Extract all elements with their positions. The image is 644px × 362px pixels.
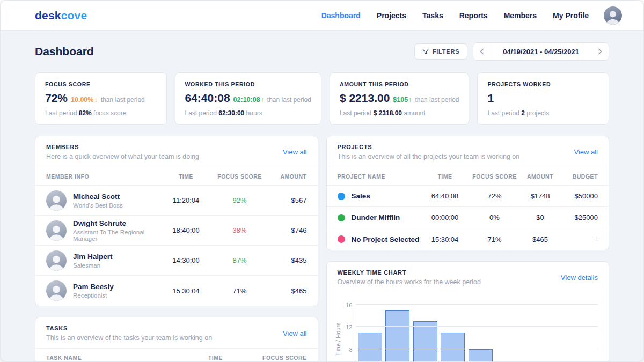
avatar [46, 280, 67, 301]
project-time: 00:00:00 [421, 213, 469, 221]
project-time: 64:40:08 [421, 192, 469, 200]
avatar [46, 190, 67, 211]
brand-logo[interactable]: deskcove [35, 9, 87, 22]
chevron-left-icon [480, 48, 484, 55]
stat-title: PROJECTS WORKED [487, 81, 599, 87]
left-column: MEMBERS Here is a quick overview of what… [35, 136, 318, 362]
members-table-header: MEMBER INFO TIME FOCUS SCORE AMOUNT [35, 167, 318, 186]
project-focus-score: 0% [469, 213, 520, 221]
member-row[interactable]: Micheal Scott World's Best Boss 11:20:04… [35, 186, 318, 216]
member-role: Assistant To The Regional Manager [73, 229, 162, 242]
project-name-cell: Dunder Mifflin [338, 213, 421, 221]
projects-card: PROJECTS This is an overview of all the … [326, 136, 610, 250]
nav-item-tasks[interactable]: Tasks [422, 11, 443, 20]
chart-plot-area [356, 302, 598, 362]
chart-y-axis-label: Time / Hours [333, 302, 343, 362]
nav-item-projects[interactable]: Projects [377, 11, 406, 20]
trend-arrow-icon: ↓ [94, 96, 97, 104]
member-row[interactable]: Pam Beesly Receptionist 15:30:04 71% $46… [35, 276, 318, 306]
column-header: AMOUNT [520, 173, 560, 180]
column-header: TIME [162, 173, 210, 180]
avatar [46, 250, 67, 271]
avatar [46, 220, 67, 241]
stat-value-line: 64:40:08 02:10:08↑ than last period [185, 92, 311, 105]
tasks-title: TASKS [46, 325, 212, 331]
projects-view-all-link[interactable]: View all [574, 148, 598, 156]
weekly-time-chart: Time / Hours 481216 [327, 292, 609, 362]
dashboard-main: Dashboard FILTERS 04/19/2021 - 04/25/202… [1, 31, 643, 362]
tasks-card-header: TASKS This is an overview of the tasks y… [35, 317, 318, 349]
member-name: Micheal Scott [73, 193, 123, 201]
project-row[interactable]: No Project Selected 15:30:04 71% $465 - [327, 228, 609, 250]
right-column: PROJECTS This is an overview of all the … [326, 136, 610, 362]
chart-y-tick-label: 8 [349, 346, 352, 353]
member-name: Pam Beesly [73, 283, 114, 291]
projects-title: PROJECTS [338, 144, 520, 150]
page-header-actions: FILTERS 04/19/2021 - 04/25/2021 [414, 42, 609, 61]
member-amount: $435 [269, 256, 307, 264]
brand-part-cove: cove [61, 9, 87, 21]
stat-title: AMOUNT THIS PERIOD [340, 81, 459, 87]
prev-period-button[interactable] [473, 43, 491, 60]
chart-subtitle: Overview of the hours works for the week… [338, 278, 481, 286]
member-time: 15:30:04 [162, 287, 210, 295]
column-header: PROJECT NAME [338, 173, 421, 180]
tasks-view-all-link[interactable]: View all [283, 329, 307, 337]
member-focus-score: 38% [210, 226, 269, 234]
member-amount: $567 [269, 196, 307, 204]
column-header: BUDGET [560, 173, 598, 180]
member-info: Pam Beesly Receptionist [46, 280, 162, 301]
member-name: Dwight Schrute [73, 219, 162, 227]
next-period-button[interactable] [591, 43, 609, 60]
person-icon [604, 9, 622, 25]
project-amount: $465 [520, 235, 560, 243]
tasks-table-header: TASK NAME TIME FOCUS SCORE [35, 349, 318, 362]
column-header: FOCUS SCORE [210, 173, 269, 180]
stat-change: $105↑ [393, 96, 412, 104]
nav-item-members[interactable]: Members [504, 11, 537, 20]
stat-value-line: 72% 10.00%↓ than last period [45, 92, 157, 105]
chart-view-details-link[interactable]: View details [561, 274, 598, 282]
column-header: FOCUS SCORE [469, 173, 520, 180]
column-header: TIME [421, 173, 469, 180]
member-info: Jim Halpert Salesman [46, 250, 162, 271]
funnel-icon [422, 48, 429, 55]
date-range-value[interactable]: 04/19/2021 - 04/25/2021 [491, 43, 591, 60]
page-header: Dashboard FILTERS 04/19/2021 - 04/25/202… [35, 42, 609, 61]
member-role: World's Best Boss [73, 202, 123, 209]
member-info: Dwight Schrute Assistant To The Regional… [46, 219, 162, 242]
projects-table-header: PROJECT NAME TIME FOCUS SCORE AMOUNT BUD… [327, 167, 609, 186]
chevron-right-icon [598, 48, 602, 55]
member-row[interactable]: Jim Halpert Salesman 14:30:00 87% $435 [35, 246, 318, 276]
tasks-subtitle: This is an overview of the tasks your te… [46, 334, 212, 342]
column-header: TIME [184, 354, 248, 361]
members-card: MEMBERS Here is a quick overview of what… [35, 136, 318, 306]
stat-value-line: 1 [487, 92, 599, 105]
member-amount: $746 [269, 226, 307, 234]
page-title: Dashboard [35, 45, 94, 58]
trend-arrow-icon: ↑ [261, 96, 264, 104]
members-view-all-link[interactable]: View all [283, 148, 307, 156]
project-color-dot [338, 235, 345, 243]
stat-footer: Last period 62:30:00 hours [185, 109, 311, 117]
project-row[interactable]: Sales 64:40:08 72% $1748 $50000 [327, 186, 609, 207]
nav-item-my-profile[interactable]: My Profile [553, 11, 589, 20]
chart-bar [358, 333, 382, 362]
filters-button[interactable]: FILTERS [414, 43, 468, 60]
chart-bar [441, 333, 465, 362]
member-name: Jim Halpert [73, 253, 113, 261]
project-color-dot [338, 214, 345, 221]
members-card-header: MEMBERS Here is a quick overview of what… [35, 136, 318, 167]
project-row[interactable]: Dunder Mifflin 00:00:00 0% $0 $25000 [327, 207, 609, 228]
project-amount: $0 [520, 213, 560, 221]
column-header: AMOUNT [269, 173, 307, 180]
stat-title: FOCUS SCORE [45, 81, 157, 87]
project-amount: $1748 [520, 192, 560, 200]
member-row[interactable]: Dwight Schrute Assistant To The Regional… [35, 216, 318, 246]
date-range-picker: 04/19/2021 - 04/25/2021 [473, 42, 609, 61]
user-avatar[interactable] [604, 6, 622, 25]
nav-item-reports[interactable]: Reports [459, 11, 488, 20]
nav-item-dashboard[interactable]: Dashboard [321, 11, 361, 20]
member-time: 18:40:00 [162, 226, 210, 234]
stat-footer: Last period $ 2318.00 amount [340, 109, 459, 117]
